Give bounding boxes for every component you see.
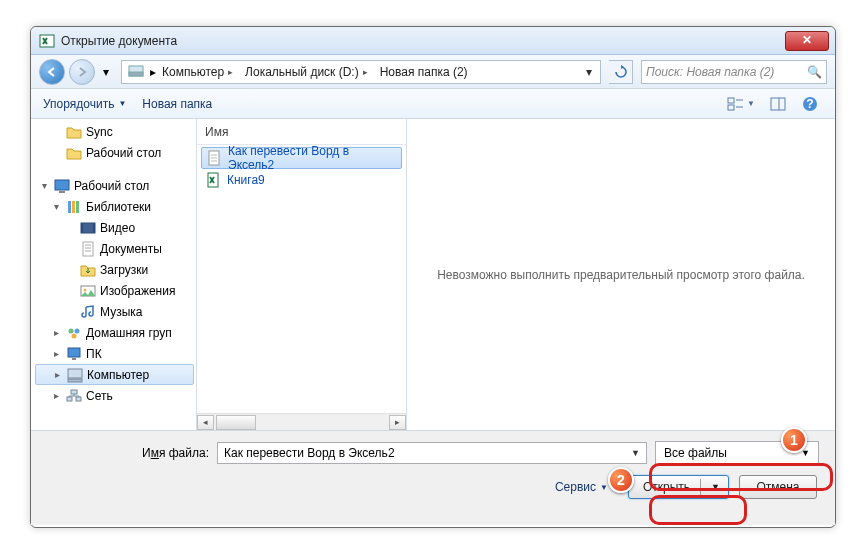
- breadcrumb-dropdown[interactable]: ▾: [580, 61, 598, 83]
- download-icon: [80, 262, 96, 278]
- view-mode-button[interactable]: ▼: [723, 93, 759, 115]
- drive-icon: [128, 63, 146, 81]
- svg-rect-29: [72, 358, 76, 360]
- preview-pane-button[interactable]: [765, 93, 791, 115]
- file-item[interactable]: Книга9: [201, 169, 402, 191]
- svg-rect-15: [76, 201, 79, 213]
- pc-icon: [66, 346, 82, 362]
- tree-node-label: Изображения: [100, 284, 175, 298]
- tree-node[interactable]: Рабочий стол: [35, 142, 196, 163]
- filename-input[interactable]: Как перевести Ворд в Эксель2▼: [217, 442, 647, 464]
- tree-node[interactable]: ▸Домашняя груп: [35, 322, 196, 343]
- tree-node[interactable]: Документы: [35, 238, 196, 259]
- folder-icon: [66, 145, 82, 161]
- file-item-label: Как перевести Ворд в Эксель2: [228, 144, 397, 172]
- svg-rect-33: [76, 397, 81, 401]
- tree-node[interactable]: ▸Компьютер: [35, 364, 194, 385]
- svg-point-25: [69, 328, 74, 333]
- svg-rect-28: [68, 348, 80, 357]
- back-button[interactable]: [39, 59, 65, 85]
- toolbar: Упорядочить▼ Новая папка ▼ ?: [31, 89, 835, 119]
- homegroup-icon: [66, 325, 82, 341]
- forward-button[interactable]: [69, 59, 95, 85]
- svg-rect-11: [55, 180, 69, 190]
- tree-node-label: Музыка: [100, 305, 142, 319]
- nav-history-dropdown[interactable]: ▾: [99, 61, 113, 83]
- svg-rect-0: [40, 35, 54, 47]
- svg-rect-4: [728, 105, 734, 110]
- horizontal-scrollbar[interactable]: ◂▸: [197, 413, 406, 430]
- svg-rect-32: [67, 397, 72, 401]
- open-file-dialog: Открытие документа ✕ ▾ ▸ Компьютер▸ Лока…: [30, 26, 836, 528]
- svg-rect-17: [81, 223, 83, 233]
- help-button[interactable]: ?: [797, 93, 823, 115]
- tree-node-label: Документы: [100, 242, 162, 256]
- filename-label: Имя файла:: [47, 446, 217, 460]
- svg-rect-7: [771, 98, 785, 110]
- svg-point-24: [84, 288, 87, 291]
- svg-text:?: ?: [806, 97, 813, 111]
- service-button[interactable]: Сервис▼: [555, 480, 608, 494]
- bottom-panel: Имя файла: Как перевести Ворд в Эксель2▼…: [31, 431, 835, 525]
- breadcrumb-segment[interactable]: Компьютер▸: [156, 65, 239, 79]
- tree-node[interactable]: Музыка: [35, 301, 196, 322]
- tree-node[interactable]: ▾Библиотеки: [35, 196, 196, 217]
- folder-tree[interactable]: SyncРабочий стол▾Рабочий стол▾Библиотеки…: [31, 119, 197, 430]
- close-button[interactable]: ✕: [785, 31, 829, 51]
- cancel-button[interactable]: Отмена: [739, 475, 817, 499]
- desktop-icon: [54, 178, 70, 194]
- tree-node-label: Сеть: [86, 389, 113, 403]
- tree-node-label: Библиотеки: [86, 200, 151, 214]
- doc-icon: [80, 241, 96, 257]
- open-dropdown[interactable]: ▼: [707, 482, 724, 492]
- svg-rect-2: [129, 72, 143, 76]
- tree-node[interactable]: Sync: [35, 121, 196, 142]
- preview-pane: Невозможно выполнить предварительный про…: [407, 119, 835, 430]
- svg-rect-18: [93, 223, 95, 233]
- refresh-button[interactable]: [609, 60, 633, 84]
- svg-point-27: [72, 333, 77, 338]
- svg-rect-34: [71, 390, 77, 394]
- nav-bar: ▾ ▸ Компьютер▸ Локальный диск (D:)▸ Нова…: [31, 55, 835, 89]
- new-folder-button[interactable]: Новая папка: [142, 97, 212, 111]
- tree-node-label: Видео: [100, 221, 135, 235]
- annotation-badge-2: 2: [608, 467, 634, 493]
- svg-rect-12: [59, 191, 65, 193]
- excel-icon: [39, 33, 55, 49]
- svg-point-26: [75, 328, 80, 333]
- search-icon: 🔍: [807, 65, 822, 79]
- svg-rect-30: [68, 369, 82, 378]
- xls-icon: [205, 172, 221, 188]
- titlebar: Открытие документа ✕: [31, 27, 835, 55]
- tree-node[interactable]: Изображения: [35, 280, 196, 301]
- annotation-badge-1: 1: [781, 427, 807, 453]
- file-item[interactable]: Как перевести Ворд в Эксель2: [201, 147, 402, 169]
- content-area: SyncРабочий стол▾Рабочий стол▾Библиотеки…: [31, 119, 835, 431]
- tree-node-label: Рабочий стол: [74, 179, 149, 193]
- tree-node-label: Sync: [86, 125, 113, 139]
- libraries-icon: [66, 199, 82, 215]
- open-button[interactable]: Открыть▼: [628, 475, 729, 499]
- search-input[interactable]: Поиск: Новая папка (2) 🔍: [641, 60, 827, 84]
- tree-node[interactable]: ▾Рабочий стол: [35, 175, 196, 196]
- tree-node[interactable]: ▸ПК: [35, 343, 196, 364]
- file-item-label: Книга9: [227, 173, 265, 187]
- tree-node-label: Рабочий стол: [86, 146, 161, 160]
- breadcrumb-segment[interactable]: Новая папка (2): [374, 65, 474, 79]
- svg-rect-16: [81, 223, 95, 233]
- window-title: Открытие документа: [61, 34, 785, 48]
- tree-node-label: Компьютер: [87, 368, 149, 382]
- txt-icon: [206, 150, 222, 166]
- tree-node[interactable]: ▸Сеть: [35, 385, 196, 406]
- tree-node[interactable]: Видео: [35, 217, 196, 238]
- file-list-pane: Имя Как перевести Ворд в Эксель2Книга9 ◂…: [197, 119, 407, 430]
- tree-node[interactable]: Загрузки: [35, 259, 196, 280]
- breadcrumb-segment[interactable]: Локальный диск (D:)▸: [239, 65, 374, 79]
- organize-button[interactable]: Упорядочить▼: [43, 97, 126, 111]
- svg-rect-19: [83, 242, 93, 256]
- folder-icon: [66, 124, 82, 140]
- breadcrumb-bar[interactable]: ▸ Компьютер▸ Локальный диск (D:)▸ Новая …: [121, 60, 601, 84]
- image-icon: [80, 283, 96, 299]
- video-icon: [80, 220, 96, 236]
- column-header-name[interactable]: Имя: [197, 119, 406, 145]
